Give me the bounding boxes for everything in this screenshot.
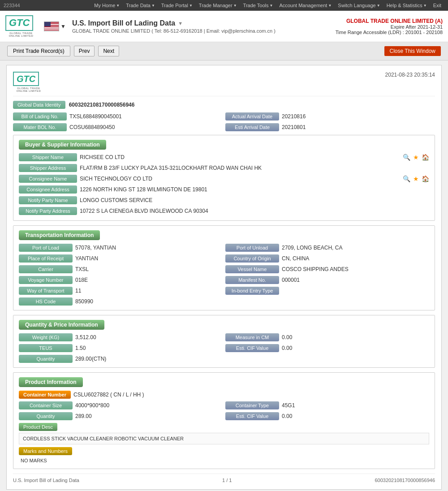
consignee-star-icon[interactable]: ★: [413, 175, 419, 182]
notify-party-name-label: Notify Party Name: [19, 196, 77, 204]
shipper-star-icon[interactable]: ★: [413, 154, 419, 161]
marks-numbers-value: NO MARKS: [19, 457, 429, 464]
shipper-address-label: Shipper Address: [19, 164, 77, 172]
nav-trade-data[interactable]: Trade Data ▼: [123, 3, 158, 8]
global-data-identity-value: 6003202108170000856946: [69, 102, 135, 108]
product-quantity-value: 289.00: [75, 413, 92, 419]
expire-info: Expire After 2021-12-31: [336, 24, 443, 30]
vessel-name-value: COSCO SHIPPING ANDES: [282, 266, 349, 272]
quantity-price-header: Quantity & Price Information: [19, 320, 104, 330]
manifest-no-label: Manifest No.: [225, 276, 279, 284]
vessel-name-label: Vessel Name: [225, 265, 279, 273]
notify-party-name-value: LONGO CUSTOMS SERVICE: [80, 197, 429, 203]
next-button-top[interactable]: Next: [98, 46, 119, 56]
marks-numbers-label: Marks and Numbers: [19, 447, 72, 455]
mater-bol-no-value: COSU6884890450: [69, 124, 115, 130]
account-name: GLOBAL TRADE ONLINE LIMITED (A): [336, 18, 443, 24]
shipper-name-label: Shipper Name: [19, 153, 77, 161]
consignee-name-label: Consignee Name: [19, 175, 77, 183]
account-info: GLOBAL TRADE ONLINE LIMITED (A) Expire A…: [336, 18, 443, 35]
product-info-header: Product Information: [19, 377, 83, 387]
hs-code-value: 850990: [75, 298, 93, 305]
product-quantity-label: Quantity: [19, 412, 73, 420]
teus-label: TEUS: [19, 344, 73, 352]
container-type-value: 45G1: [282, 402, 295, 409]
quantity-label-qp: Quantity: [19, 355, 73, 363]
product-desc-value: CORDLESS STICK VACUUM CLEANER ROBOTIC VA…: [19, 433, 429, 444]
product-esti-cif-value: 0.00: [282, 413, 292, 419]
esti-cif-value-label: Esti. CIF Value: [225, 344, 279, 352]
shipper-name-value: RICHSEE CO LTD: [80, 154, 400, 160]
container-size-label: Container Size: [19, 401, 73, 409]
container-number-value: CSLU6027882 ( CN / L / HH ): [73, 392, 144, 398]
card-footer-left: U.S. Import Bill of Lading Data: [13, 478, 79, 483]
logo: GTC GLOBAL TRADE ONLINE LIMITED: [5, 15, 37, 37]
product-desc-label: Product Desc: [19, 423, 57, 431]
container-type-label: Container Type: [225, 401, 279, 409]
esti-arrival-date-label: Esti Arrival Date: [225, 123, 279, 131]
quantity-value-qp: 289.00(CTN): [75, 356, 106, 362]
container-size-value: 4000*900*800: [75, 402, 109, 409]
page-title: U.S. Import Bill of Lading Data ▼: [72, 19, 336, 27]
consignee-address-value: 1226 NORTH KING ST 128 WILMINGTON DE 198…: [80, 186, 429, 193]
notify-party-address-label: Notify Party Address: [19, 207, 77, 215]
card-footer-page: 1 / 1: [222, 478, 232, 483]
nav-trade-tools[interactable]: Trade Tools ▼: [240, 3, 276, 8]
print-button-top[interactable]: Print Trade Record(s): [7, 46, 70, 56]
place-of-receipt-label: Place of Receipt: [19, 254, 73, 263]
container-number-badge: Container Number: [19, 391, 71, 399]
esti-cif-value-value: 0.00: [282, 345, 292, 351]
mater-bol-no-label: Mater BOL No.: [13, 123, 67, 131]
consignee-home-icon[interactable]: 🏠: [422, 175, 429, 182]
prev-button-top[interactable]: Prev: [74, 46, 95, 56]
card-footer-right: 6003202108170000856946: [375, 478, 435, 483]
flag-selector[interactable]: ▼: [44, 22, 66, 31]
buyer-supplier-header: Buyer & Supplier Information: [19, 140, 106, 150]
consignee-search-icon[interactable]: 🔍: [403, 175, 410, 182]
actual-arrival-date-value: 20210816: [282, 113, 306, 120]
nav-trade-portal[interactable]: Trade Portal ▼: [158, 3, 196, 8]
consignee-address-label: Consignee Address: [19, 185, 77, 194]
shipper-home-icon[interactable]: 🏠: [422, 154, 429, 161]
measure-in-cm-label: Measure in CM: [225, 333, 279, 341]
in-bond-entry-type-label: In-bond Entry Type: [225, 287, 279, 295]
time-range: Time Range Accessible (LDR) : 201001 - 2…: [336, 30, 443, 35]
teus-value: 1.50: [75, 345, 86, 351]
shipper-address-value: FLAT/RM B 23/F LUCKY PLAZA 315-321LOCKHA…: [80, 165, 429, 171]
weight-kg-label: Weight (KG): [19, 333, 73, 341]
country-of-origin-value: CN, CHINA: [282, 255, 309, 262]
country-of-origin-label: Country of Origin: [225, 254, 279, 263]
way-of-transport-label: Way of Transport: [19, 287, 73, 295]
shipper-search-icon[interactable]: 🔍: [403, 154, 410, 161]
bill-of-lading-no-label: Bill of Lading No.: [13, 112, 67, 121]
consignee-name-value: SICH TECHNOLOGY CO LTD: [80, 176, 400, 182]
port-of-load-value: 57078, YANTIAN: [75, 245, 116, 251]
voyage-number-label: Voyage Number: [19, 276, 73, 284]
actual-arrival-date-label: Actual Arrival Date: [225, 112, 279, 121]
bill-of-lading-no-value: TXSL6884890045001: [69, 113, 122, 120]
nav-switch-language[interactable]: Switch Language ▼: [335, 3, 383, 8]
port-of-unload-label: Port of Unload: [225, 244, 279, 252]
nav-trade-manager[interactable]: Trade Manager ▼: [196, 3, 240, 8]
nav-exit[interactable]: Exit: [430, 3, 444, 8]
title-area: U.S. Import Bill of Lading Data ▼ GLOBAL…: [72, 19, 336, 34]
way-of-transport-value: 11: [75, 288, 81, 294]
measure-in-cm-value: 0.00: [282, 334, 292, 340]
carrier-label: Carrier: [19, 265, 73, 273]
global-data-identity-label: Global Data Identity: [13, 101, 65, 109]
manifest-no-value: 000001: [282, 277, 300, 283]
close-button-top[interactable]: Close This Window: [384, 46, 441, 56]
nav-account-management[interactable]: Account Management ▼: [276, 3, 335, 8]
product-esti-cif-label: Esti. CIF Value: [225, 412, 279, 420]
notify-party-address-value: 10722 S LA CIENEGA BLVD INGLEWOOD CA 903…: [80, 208, 429, 214]
nav-user-id: 223344: [4, 3, 20, 8]
nav-help-statistics[interactable]: Help & Statistics ▼: [383, 3, 430, 8]
transportation-header: Transportation Information: [19, 230, 100, 240]
port-of-unload-value: 2709, LONG BEACH, CA: [282, 245, 342, 251]
nav-my-home[interactable]: My Home ▼: [91, 3, 123, 8]
port-of-load-label: Port of Load: [19, 244, 73, 252]
page-subtitle: GLOBAL TRADE ONLINE LIMITED ( Tel: 86-51…: [72, 28, 336, 34]
esti-arrival-date-value: 20210801: [282, 124, 306, 130]
place-of-receipt-value: YANTIAN: [75, 255, 98, 262]
weight-kg-value: 3,512.00: [75, 334, 96, 340]
